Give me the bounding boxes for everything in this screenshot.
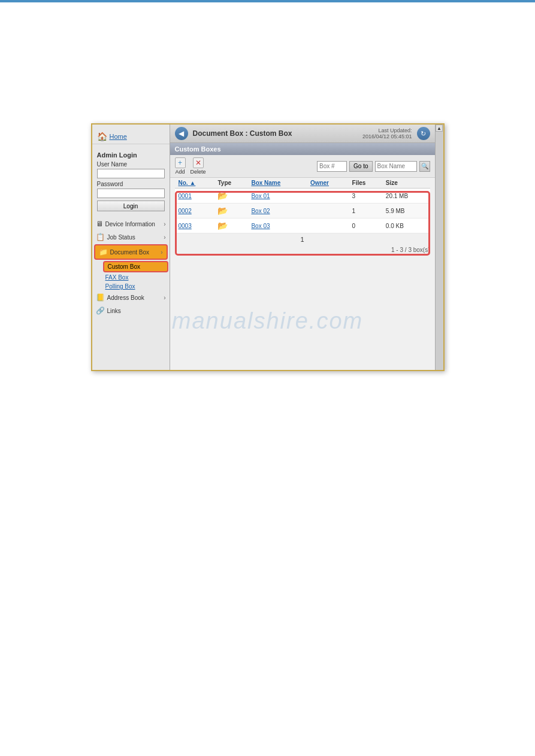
pagination: 1 (170, 233, 435, 245)
table-wrapper: No. ▲ Type Box Name Owner Files Size (175, 178, 430, 233)
row1-size: 20.1 MB (382, 189, 430, 204)
col-files: Files (349, 178, 382, 189)
row3-files: 0 (349, 218, 382, 233)
box-name-input[interactable] (375, 161, 417, 172)
screenshot-container: 🏠 Home Admin Login User Name Password Lo… (91, 123, 445, 371)
col-type: Type (214, 178, 247, 189)
add-icon: + (175, 157, 186, 168)
scrollbar[interactable]: ▲ (435, 125, 443, 370)
row3-box-name[interactable]: Box 03 (251, 223, 270, 229)
last-updated-value: 2016/04/12 05:45:01 (362, 133, 412, 139)
row2-owner (307, 204, 349, 218)
device-info-icon: 🖥 (96, 220, 103, 228)
row1-box-name[interactable]: Box 01 (251, 193, 270, 199)
password-input[interactable] (97, 189, 165, 198)
col-no[interactable]: No. ▲ (175, 178, 214, 189)
sidebar-item-document-box[interactable]: 📁 Document Box › (94, 244, 168, 260)
row1-files: 3 (349, 189, 382, 204)
row3-size: 0.0 KB (382, 218, 430, 233)
custom-boxes-header: Custom Boxes (170, 143, 435, 155)
browser-frame: 🏠 Home Admin Login User Name Password Lo… (92, 125, 443, 370)
row1-owner (307, 189, 349, 204)
col-size: Size (382, 178, 430, 189)
row2-size: 5.9 MB (382, 204, 430, 218)
content-header: ◀ Document Box : Custom Box Last Updated… (170, 125, 435, 143)
last-updated-label: Last Updated: (378, 127, 412, 133)
add-label: Add (175, 169, 185, 175)
search-area: Go to 🔍 (317, 161, 430, 172)
home-link[interactable]: Home (110, 133, 127, 140)
admin-login-panel: Admin Login User Name Password Login (92, 149, 170, 214)
refresh-button[interactable]: ↻ (417, 127, 430, 140)
address-book-label: Address Book (107, 294, 144, 301)
row2-files: 1 (349, 204, 382, 218)
goto-button[interactable]: Go to (349, 161, 372, 172)
row1-no[interactable]: 0001 (179, 193, 192, 199)
toolbar: + Add ✕ Delete Go to 🔍 (170, 155, 435, 178)
row2-type-icon: 📂 (217, 206, 228, 215)
job-status-label: Job Status (107, 234, 135, 241)
document-box-icon: 📁 (99, 248, 108, 256)
search-button[interactable]: 🔍 (419, 161, 430, 172)
last-updated: Last Updated: 2016/04/12 05:45:01 (362, 127, 412, 139)
sidebar-item-device-information[interactable]: 🖥 Device Information › (92, 217, 170, 230)
custom-boxes-title: Custom Boxes (175, 145, 221, 153)
table-row: 0002 📂 Box 02 1 5.9 MB (175, 204, 430, 218)
sub-nav-polling-box[interactable]: Polling Box (102, 282, 170, 291)
row1-type-icon: 📂 (217, 191, 228, 201)
content-body: Custom Boxes + Add ✕ Delete (170, 143, 435, 370)
page-info-text: 1 - 3 / 3 box(s) (391, 247, 430, 253)
sub-nav-custom-box[interactable]: Custom Box (103, 261, 168, 272)
username-label: User Name (97, 161, 165, 168)
custom-boxes-table: No. ▲ Type Box Name Owner Files Size (175, 178, 430, 233)
sidebar-item-links[interactable]: 🔗 Links (92, 304, 170, 317)
col-owner[interactable]: Owner (307, 178, 349, 189)
sidebar-home[interactable]: 🏠 Home (92, 129, 170, 144)
login-button[interactable]: Login (97, 201, 165, 211)
document-box-label: Document Box (110, 249, 150, 256)
username-input[interactable] (97, 169, 165, 178)
document-box-arrow: › (161, 249, 162, 256)
address-book-arrow: › (164, 294, 165, 301)
row3-type-icon: 📂 (217, 221, 228, 230)
delete-label: Delete (191, 169, 206, 175)
back-button[interactable]: ◀ (175, 127, 188, 140)
scroll-up[interactable]: ▲ (436, 125, 443, 132)
password-label: Password (97, 181, 165, 187)
page-content: 🏠 Home Admin Login User Name Password Lo… (0, 4, 535, 383)
main-content: ◀ Document Box : Custom Box Last Updated… (170, 125, 435, 370)
top-border (0, 0, 535, 2)
job-status-icon: 📋 (96, 233, 105, 241)
device-info-arrow: › (164, 221, 165, 227)
job-status-arrow: › (164, 234, 165, 241)
sidebar-nav: 🖥 Device Information › 📋 Job Status › 📁 … (92, 217, 170, 317)
row2-no[interactable]: 0002 (179, 208, 192, 214)
page-info: 1 - 3 / 3 box(s) (170, 245, 435, 254)
device-info-label: Device Information (105, 221, 155, 227)
row3-owner (307, 218, 349, 233)
delete-button[interactable]: ✕ Delete (191, 157, 206, 175)
sidebar-item-job-status[interactable]: 📋 Job Status › (92, 230, 170, 244)
sub-nav-fax-box[interactable]: FAX Box (102, 273, 170, 282)
page-number: 1 (300, 236, 304, 243)
sidebar-item-address-book[interactable]: 📒 Address Book › (92, 291, 170, 304)
home-icon: 🏠 (97, 132, 107, 141)
row2-box-name[interactable]: Box 02 (251, 208, 270, 214)
col-box-name[interactable]: Box Name (247, 178, 306, 189)
sidebar: 🏠 Home Admin Login User Name Password Lo… (92, 125, 170, 370)
links-label: Links (107, 308, 121, 314)
box-number-input[interactable] (317, 161, 347, 172)
sub-nav: Custom Box FAX Box Polling Box (92, 260, 170, 291)
table-row: 0001 📂 Box 01 3 20.1 MB (175, 189, 430, 204)
admin-login-title: Admin Login (97, 151, 165, 159)
delete-icon: ✕ (193, 157, 204, 168)
links-icon: 🔗 (96, 306, 105, 315)
address-book-icon: 📒 (96, 293, 105, 302)
add-button[interactable]: + Add (175, 157, 186, 175)
row3-no[interactable]: 0003 (179, 223, 192, 229)
table-row: 0003 📂 Box 03 0 0.0 KB (175, 218, 430, 233)
header-title: Document Box : Custom Box (193, 129, 362, 138)
